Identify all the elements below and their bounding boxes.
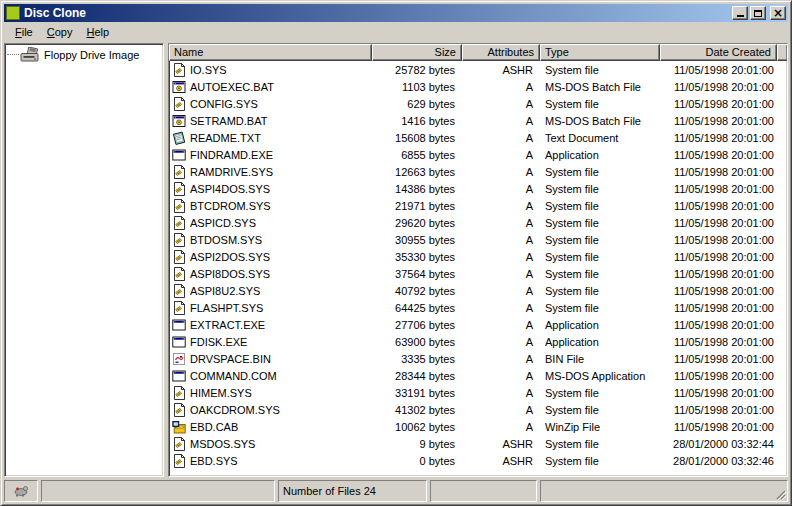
file-date-created: 11/05/1998 20:01:00 xyxy=(660,268,777,280)
system-file-icon xyxy=(172,301,186,315)
file-row[interactable]: HIMEM.SYS33191 bytesASystem file11/05/19… xyxy=(169,384,787,401)
file-date-created: 28/01/2000 03:32:44 xyxy=(660,438,777,450)
file-type: System file xyxy=(540,302,660,314)
file-row[interactable]: DRVSPACE.BIN3335 bytesABIN File11/05/199… xyxy=(169,350,787,367)
system-file-icon xyxy=(172,437,186,451)
file-size: 10062 bytes xyxy=(372,421,462,433)
file-size: 15608 bytes xyxy=(372,132,462,144)
msdos-application-icon xyxy=(172,318,186,332)
file-name: ASPI8DOS.SYS xyxy=(190,268,270,280)
file-size: 1416 bytes xyxy=(372,115,462,127)
file-date-created: 11/05/1998 20:01:00 xyxy=(660,200,777,212)
file-row[interactable]: IO.SYS25782 bytesASHRSystem file11/05/19… xyxy=(169,61,787,78)
system-file-icon xyxy=(172,454,186,468)
file-row[interactable]: EBD.SYS0 bytesASHRSystem file28/01/2000 … xyxy=(169,452,787,469)
column-header-date-created[interactable]: Date Created xyxy=(660,44,777,61)
resize-grip[interactable] xyxy=(774,488,786,500)
close-button[interactable]: × xyxy=(770,6,786,20)
tree-item-floppy-drive-image[interactable]: Floppy Drive Image xyxy=(5,46,163,63)
file-name: MSDOS.SYS xyxy=(190,438,255,450)
file-row[interactable]: SETRAMD.BAT1416 bytesAMS-DOS Batch File1… xyxy=(169,112,787,129)
system-file-icon xyxy=(172,267,186,281)
file-name-cell: IO.SYS xyxy=(169,63,372,77)
file-row[interactable]: AUTOEXEC.BAT1103 bytesAMS-DOS Batch File… xyxy=(169,78,787,95)
column-header-size[interactable]: Size xyxy=(372,44,462,61)
system-file-icon xyxy=(172,216,186,230)
tree-item-label: Floppy Drive Image xyxy=(44,49,139,61)
file-size: 41302 bytes xyxy=(372,404,462,416)
system-file-icon xyxy=(172,97,186,111)
file-name-cell: BTCDROM.SYS xyxy=(169,199,372,213)
drive-tree-panel: Floppy Drive Image xyxy=(4,43,164,477)
file-type: System file xyxy=(540,438,660,450)
status-creature-icon xyxy=(13,484,29,499)
maximize-button[interactable] xyxy=(750,6,766,20)
file-name: CONFIG.SYS xyxy=(190,98,258,110)
file-name-cell: AUTOEXEC.BAT xyxy=(169,80,372,94)
file-row[interactable]: ASPI8DOS.SYS37564 bytesASystem file11/05… xyxy=(169,265,787,282)
menu-item-copy[interactable]: Copy xyxy=(40,24,80,40)
column-header-name[interactable]: Name xyxy=(169,44,372,61)
file-name-cell: ASPICD.SYS xyxy=(169,216,372,230)
file-size: 40792 bytes xyxy=(372,285,462,297)
file-name-cell: FINDRAMD.EXE xyxy=(169,148,372,162)
file-name-cell: FLASHPT.SYS xyxy=(169,301,372,315)
file-date-created: 11/05/1998 20:01:00 xyxy=(660,234,777,246)
file-type: System file xyxy=(540,64,660,76)
file-row[interactable]: EBD.CAB10062 bytesAWinZip File11/05/1998… xyxy=(169,418,787,435)
file-size: 0 bytes xyxy=(372,455,462,467)
file-attributes: A xyxy=(462,183,540,195)
status-file-count-pane: Number of Files 24 xyxy=(278,480,427,502)
file-date-created: 11/05/1998 20:01:00 xyxy=(660,319,777,331)
msdos-application-icon xyxy=(172,335,186,349)
file-name-cell: EBD.SYS xyxy=(169,454,372,468)
file-row[interactable]: ASPI2DOS.SYS35330 bytesASystem file11/05… xyxy=(169,248,787,265)
file-row[interactable]: OAKCDROM.SYS41302 bytesASystem file11/05… xyxy=(169,401,787,418)
file-row[interactable]: EXTRACT.EXE27706 bytesAApplication11/05/… xyxy=(169,316,787,333)
menu-item-help[interactable]: Help xyxy=(79,24,116,40)
file-attributes: ASHR xyxy=(462,455,540,467)
file-attributes: A xyxy=(462,251,540,263)
file-name: OAKCDROM.SYS xyxy=(190,404,280,416)
file-row[interactable]: MSDOS.SYS9 bytesASHRSystem file28/01/200… xyxy=(169,435,787,452)
system-file-icon xyxy=(172,182,186,196)
file-row[interactable]: BTDOSM.SYS30955 bytesASystem file11/05/1… xyxy=(169,231,787,248)
file-row[interactable]: ASPI8U2.SYS40792 bytesASystem file11/05/… xyxy=(169,282,787,299)
file-size: 30955 bytes xyxy=(372,234,462,246)
tree-connector-line xyxy=(7,54,19,55)
file-row[interactable]: FLASHPT.SYS64425 bytesASystem file11/05/… xyxy=(169,299,787,316)
column-header-attributes[interactable]: Attributes xyxy=(462,44,540,61)
file-date-created: 11/05/1998 20:01:00 xyxy=(660,404,777,416)
file-attributes: A xyxy=(462,319,540,331)
file-row[interactable]: ASPICD.SYS29620 bytesASystem file11/05/1… xyxy=(169,214,787,231)
file-row[interactable]: BTCDROM.SYS21971 bytesASystem file11/05/… xyxy=(169,197,787,214)
file-row[interactable]: CONFIG.SYS629 bytesASystem file11/05/199… xyxy=(169,95,787,112)
file-row[interactable]: RAMDRIVE.SYS12663 bytesASystem file11/05… xyxy=(169,163,787,180)
app-icon xyxy=(6,6,20,20)
file-name-cell: ASPI4DOS.SYS xyxy=(169,182,372,196)
minimize-button[interactable] xyxy=(732,6,748,20)
file-row[interactable]: FINDRAMD.EXE6855 bytesAApplication11/05/… xyxy=(169,146,787,163)
system-file-icon xyxy=(172,284,186,298)
status-bar: Number of Files 24 xyxy=(4,480,788,502)
file-attributes: A xyxy=(462,353,540,365)
file-attributes: ASHR xyxy=(462,64,540,76)
file-row[interactable]: ASPI4DOS.SYS14386 bytesASystem file11/05… xyxy=(169,180,787,197)
menu-item-file[interactable]: File xyxy=(8,24,40,40)
file-name: ASPICD.SYS xyxy=(190,217,256,229)
file-size: 63900 bytes xyxy=(372,336,462,348)
file-attributes: A xyxy=(462,336,540,348)
file-name: SETRAMD.BAT xyxy=(190,115,267,127)
file-list-body: IO.SYS25782 bytesASHRSystem file11/05/19… xyxy=(169,61,787,476)
title-bar[interactable]: Disc Clone × xyxy=(4,4,788,22)
system-file-icon xyxy=(172,233,186,247)
file-type: Application xyxy=(540,149,660,161)
column-header-type[interactable]: Type xyxy=(540,44,660,61)
file-row[interactable]: COMMAND.COM28344 bytesAMS-DOS Applicatio… xyxy=(169,367,787,384)
file-type: Application xyxy=(540,319,660,331)
file-row[interactable]: README.TXT15608 bytesAText Document11/05… xyxy=(169,129,787,146)
file-row[interactable]: FDISK.EXE63900 bytesAApplication11/05/19… xyxy=(169,333,787,350)
system-file-icon xyxy=(172,165,186,179)
file-attributes: ASHR xyxy=(462,438,540,450)
maximize-icon xyxy=(754,10,762,17)
